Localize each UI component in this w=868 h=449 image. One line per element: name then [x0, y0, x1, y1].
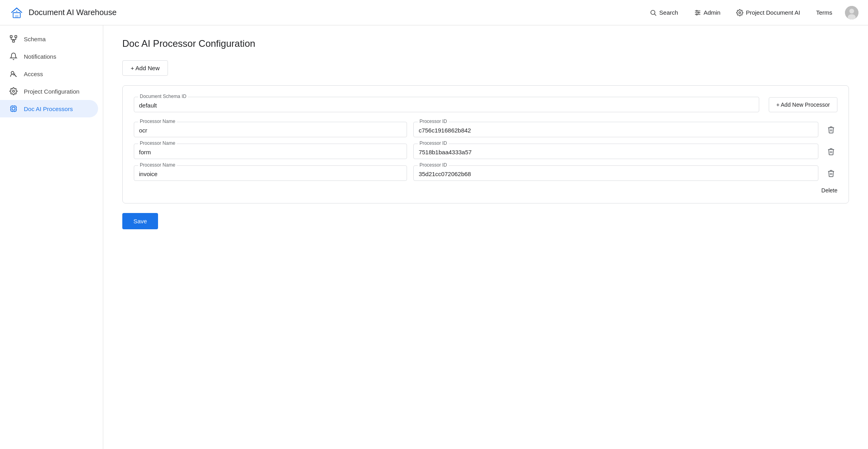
processor-row: Processor Name Processor ID	[134, 122, 837, 137]
sidebar-item-schema[interactable]: Schema	[0, 30, 98, 48]
delete-processor-button-0[interactable]	[825, 123, 837, 136]
add-new-processor-button[interactable]: + Add New Processor	[769, 97, 837, 112]
app-title: Document AI Warehouse	[29, 8, 117, 17]
svg-point-12	[739, 12, 741, 13]
sidebar-item-label: Schema	[24, 36, 46, 42]
processor-id-field-1: Processor ID	[413, 144, 818, 159]
processors-icon	[10, 105, 17, 113]
processor-name-field-1: Processor Name	[134, 144, 407, 159]
search-icon	[650, 9, 657, 16]
processor-name-field-2: Processor Name	[134, 165, 407, 181]
processor-name-label-2: Processor Name	[138, 162, 177, 168]
processor-id-input-0[interactable]	[419, 125, 813, 134]
gear-icon	[736, 9, 743, 16]
svg-point-10	[698, 12, 699, 13]
delete-processor-button-2[interactable]	[825, 167, 837, 180]
sidebar-item-label: Notifications	[24, 53, 56, 60]
project-label: Project Document AI	[746, 9, 800, 16]
bell-icon	[10, 52, 17, 60]
trash-icon	[827, 126, 835, 134]
processor-row: Processor Name Processor ID	[134, 165, 837, 181]
save-button[interactable]: Save	[122, 213, 158, 229]
processor-rows: Processor Name Processor ID Processor Na…	[134, 122, 837, 181]
search-label: Search	[659, 9, 678, 16]
processor-id-label-1: Processor ID	[418, 140, 448, 146]
schema-row: Document Schema ID + Add New Processor	[134, 97, 837, 112]
sidebar-item-label: Access	[24, 71, 43, 77]
svg-point-14	[849, 9, 854, 13]
processor-name-input-1[interactable]	[139, 147, 402, 156]
sidebar-item-notifications[interactable]: Notifications	[0, 48, 98, 65]
topnav-actions: Search Admin Project Document AI Terms	[646, 6, 858, 19]
trash-icon	[827, 169, 835, 177]
processor-name-field-0: Processor Name	[134, 122, 407, 137]
layout: Schema Notifications Access	[0, 25, 868, 449]
delete-processor-button-1[interactable]	[825, 145, 837, 158]
sidebar-item-label: Project Configuration	[24, 88, 79, 95]
svg-point-11	[696, 14, 697, 15]
trash-icon	[827, 148, 835, 155]
document-schema-id-field: Document Schema ID	[134, 97, 759, 112]
search-button[interactable]: Search	[646, 8, 681, 18]
processor-row: Processor Name Processor ID	[134, 144, 837, 159]
access-icon	[10, 70, 17, 78]
settings-icon	[10, 87, 17, 95]
project-button[interactable]: Project Document AI	[733, 8, 803, 18]
main-content: Doc AI Processor Configuration + Add New…	[103, 25, 868, 449]
svg-rect-26	[12, 107, 15, 110]
processor-id-field-0: Processor ID	[413, 122, 818, 137]
svg-point-24	[13, 90, 15, 92]
processor-id-label-2: Processor ID	[418, 162, 448, 168]
svg-point-23	[11, 71, 14, 74]
card-footer: Delete	[134, 187, 837, 194]
sidebar-item-label: Doc AI Processors	[24, 106, 73, 112]
admin-label: Admin	[704, 9, 721, 16]
schema-icon	[10, 35, 17, 43]
sidebar-item-project-configuration[interactable]: Project Configuration	[0, 83, 98, 100]
processor-id-input-2[interactable]	[419, 169, 813, 178]
add-new-button[interactable]: + Add New	[122, 60, 168, 76]
admin-button[interactable]: Admin	[691, 8, 724, 18]
avatar[interactable]	[845, 6, 858, 19]
document-schema-id-label: Document Schema ID	[138, 94, 188, 99]
avatar-image	[845, 6, 858, 19]
sidebar-item-access[interactable]: Access	[0, 65, 98, 83]
processor-id-input-1[interactable]	[419, 147, 813, 156]
topnav: Document AI Warehouse Search Admin	[0, 0, 868, 25]
sidebar: Schema Notifications Access	[0, 25, 103, 449]
svg-rect-18	[13, 40, 15, 42]
svg-rect-17	[15, 36, 17, 38]
processor-name-label-0: Processor Name	[138, 119, 177, 124]
document-schema-id-input[interactable]	[139, 100, 754, 109]
processor-name-label-1: Processor Name	[138, 140, 177, 146]
processor-id-label-0: Processor ID	[418, 119, 448, 124]
page-title: Doc AI Processor Configuration	[122, 38, 849, 49]
processor-id-field-2: Processor ID	[413, 165, 818, 181]
svg-point-9	[696, 10, 697, 12]
svg-line-5	[655, 14, 656, 15]
processor-name-input-2[interactable]	[139, 169, 402, 178]
terms-button[interactable]: Terms	[813, 8, 835, 17]
svg-rect-25	[11, 106, 16, 111]
svg-rect-16	[10, 36, 12, 38]
admin-icon	[694, 9, 701, 16]
terms-label: Terms	[816, 9, 832, 16]
app-logo: Document AI Warehouse	[10, 6, 117, 20]
svg-rect-2	[15, 15, 19, 17]
processor-card: Document Schema ID + Add New Processor P…	[122, 85, 849, 203]
delete-button[interactable]: Delete	[822, 187, 837, 194]
svg-point-4	[651, 10, 655, 15]
sidebar-item-doc-ai-processors[interactable]: Doc AI Processors	[0, 100, 98, 117]
processor-name-input-0[interactable]	[139, 125, 402, 134]
app-logo-icon	[10, 6, 24, 20]
